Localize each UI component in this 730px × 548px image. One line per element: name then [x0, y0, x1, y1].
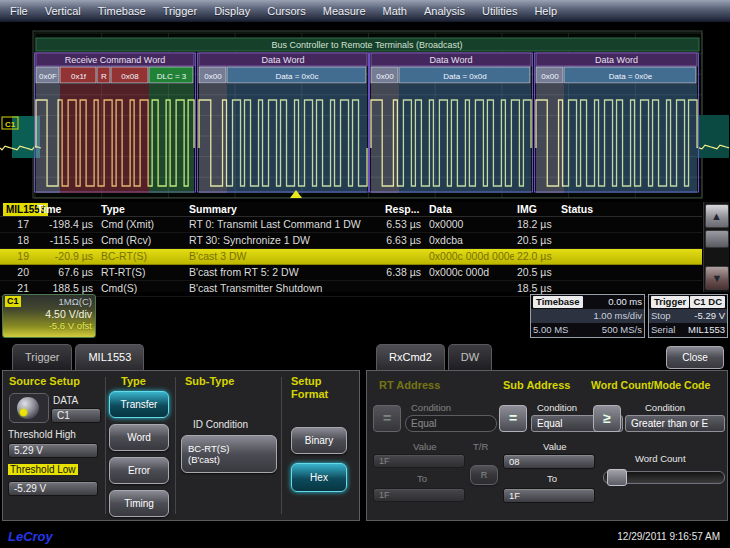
- sub-to-field[interactable]: 1F: [503, 488, 595, 503]
- rt-condition-op-button[interactable]: =: [373, 405, 401, 432]
- cell-type: Cmd(S): [98, 281, 186, 296]
- cell-time: 67.6 µs: [34, 265, 98, 280]
- source-setup-heading: Source Setup: [9, 375, 80, 387]
- cell-type: BC-RT(S): [98, 249, 186, 264]
- sub-condition-op-button[interactable]: =: [499, 405, 527, 432]
- field-tint-data: [399, 84, 531, 193]
- type-heading: Type: [121, 375, 146, 387]
- field-tint-sync: [371, 84, 399, 193]
- cell-idx: 18: [0, 233, 34, 248]
- id-condition-button[interactable]: BC-RT(S) (B'cast): [181, 435, 277, 473]
- rt-to-field[interactable]: 1F: [373, 488, 465, 502]
- rt-value-field[interactable]: 1F: [373, 454, 465, 468]
- tr-label: T/R: [473, 441, 488, 452]
- cell-sum: B'cast from RT 5: 2 DW: [186, 265, 382, 280]
- menu-help[interactable]: Help: [534, 5, 557, 17]
- field-tint-sync: [199, 84, 227, 193]
- c1-offset: -5.6 V ofst: [6, 320, 92, 331]
- tab-trigger[interactable]: Trigger: [12, 344, 72, 370]
- tab-dw[interactable]: DW: [448, 344, 492, 370]
- mil1553-setup-dialog: TriggerMIL1553 Source Setup DATA C1 Thre…: [2, 344, 360, 522]
- timebase-scale: 1.00 ms/div: [593, 309, 642, 323]
- word-count-slider[interactable]: [603, 471, 725, 484]
- column-header-data: Data: [426, 202, 514, 216]
- scroll-thumb[interactable]: [705, 230, 729, 248]
- cell-status: [558, 265, 702, 280]
- type-button-timing[interactable]: Timing: [109, 490, 169, 517]
- trigger-level: -5.29 V: [694, 309, 725, 323]
- wc-condition-op-button[interactable]: ≥: [593, 405, 621, 432]
- cell-time: -115.5 µs: [34, 233, 98, 248]
- menu-file[interactable]: File: [10, 5, 28, 17]
- rt-value-label: Value: [413, 441, 437, 452]
- cell-type: RT-RT(S): [98, 265, 186, 280]
- close-button[interactable]: Close: [666, 346, 724, 369]
- sub-to-label: To: [547, 473, 557, 484]
- decode-cell-label: 0x08: [121, 72, 139, 81]
- type-button-error[interactable]: Error: [109, 457, 169, 484]
- format-button-hex[interactable]: Hex: [291, 463, 347, 492]
- cell-data: 0x0000: [426, 217, 514, 232]
- timebase-samples: 5.00 MS: [533, 323, 568, 337]
- decode-table-header: MIL1553 TimeTypeSummaryResp...DataIMGSta…: [0, 202, 702, 217]
- cell-resp: 6.63 µs: [382, 233, 426, 248]
- field-tint-data: [564, 84, 697, 193]
- table-row[interactable]: 17-198.4 µsCmd (Xmit)RT 0: Transmit Last…: [0, 217, 702, 233]
- cell-sum: B'cast Transmitter Shutdown: [186, 281, 382, 296]
- menu-analysis[interactable]: Analysis: [424, 5, 465, 17]
- menu-vertical[interactable]: Vertical: [45, 5, 81, 17]
- wc-condition-select[interactable]: Greater than or E: [625, 415, 725, 432]
- cell-time: -20.9 µs: [34, 249, 98, 264]
- table-scrollbar[interactable]: ▲ ▼: [703, 202, 729, 292]
- type-button-transfer[interactable]: Transfer: [109, 391, 169, 418]
- menu-math[interactable]: Math: [383, 5, 407, 17]
- column-header-time: Time: [34, 202, 98, 216]
- menu-timebase[interactable]: Timebase: [98, 5, 146, 17]
- menu-measure[interactable]: Measure: [323, 5, 366, 17]
- scroll-up-button[interactable]: ▲: [705, 204, 729, 228]
- rt-condition-select[interactable]: Equal: [405, 415, 497, 432]
- lecroy-logo: LeCroy: [8, 529, 53, 544]
- trigger-kind: Serial: [651, 323, 675, 337]
- decode-cell-label: R: [101, 72, 107, 81]
- threshold-low-field[interactable]: -5.29 V: [8, 481, 98, 496]
- tab-rxcmd2[interactable]: RxCmd2: [376, 344, 445, 370]
- left-dialog-tabs: TriggerMIL1553: [2, 344, 360, 370]
- sub-value-field[interactable]: 08: [503, 454, 595, 469]
- threshold-high-field[interactable]: 5.29 V: [8, 443, 98, 458]
- trigger-descriptor[interactable]: Trigger C1 DC Stop -5.29 V Serial MIL155…: [648, 294, 728, 338]
- table-row[interactable]: 2067.6 µsRT-RT(S)B'cast from RT 5: 2 DW6…: [0, 265, 702, 281]
- type-button-word[interactable]: Word: [109, 424, 169, 451]
- word-band-label: Receive Command Word: [65, 55, 165, 65]
- cell-resp: 6.53 µs: [382, 217, 426, 232]
- timebase-descriptor[interactable]: Timebase 0.00 ms 1.00 ms/div 5.00 MS 500…: [530, 294, 645, 338]
- format-button-binary[interactable]: Binary: [291, 427, 347, 454]
- menu-trigger[interactable]: Trigger: [163, 5, 197, 17]
- tr-button[interactable]: R: [470, 465, 498, 485]
- source-knob[interactable]: [9, 393, 49, 423]
- menu-utilities[interactable]: Utilities: [482, 5, 517, 17]
- threshold-low-label: Threshold Low: [8, 464, 78, 475]
- field-tint-addr: [111, 84, 149, 193]
- decode-cell-label: 0x00: [541, 72, 559, 81]
- menu-display[interactable]: Display: [214, 5, 250, 17]
- cell-time: -198.4 µs: [34, 217, 98, 232]
- cell-img: 18.2 µs: [514, 217, 558, 232]
- scroll-down-button[interactable]: ▼: [705, 266, 729, 290]
- cell-img: 20.5 µs: [514, 233, 558, 248]
- wc-condition-label: Condition: [645, 402, 685, 413]
- table-row[interactable]: 18-115.5 µsCmd (Rcv)RT 30: Synchronize 1…: [0, 233, 702, 249]
- rxcmd2-panel: RT Address = Condition Equal Value 1F To…: [366, 370, 728, 521]
- column-header-summary: Summary: [186, 202, 382, 216]
- tab-mil1553[interactable]: MIL1553: [75, 344, 144, 370]
- table-row[interactable]: 19-20.9 µsBC-RT(S)B'cast 3 DW0x000c 000d…: [0, 249, 702, 265]
- channel-c1-descriptor[interactable]: C1 1MΩ(C) 4.50 V/div -5.6 V ofst: [2, 294, 96, 338]
- right-capture-region: [697, 115, 729, 158]
- decode-cell-label: 0x1f: [71, 72, 87, 81]
- word-count-slider-handle[interactable]: [607, 469, 627, 486]
- menu-cursors[interactable]: Cursors: [267, 5, 306, 17]
- word-band-label: Data Word: [430, 55, 473, 65]
- decode-cell-label: DLC = 3: [157, 72, 187, 81]
- source-channel-field[interactable]: C1: [51, 408, 101, 423]
- decode-cell-label: 0x00: [376, 72, 394, 81]
